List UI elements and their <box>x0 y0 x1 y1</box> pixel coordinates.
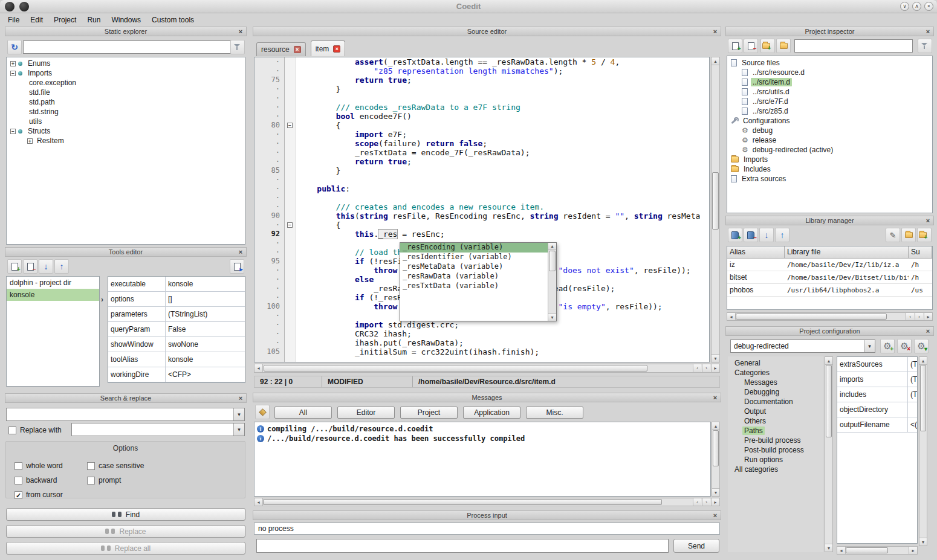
move-library-down-button[interactable]: ↓ <box>759 228 774 242</box>
scroll-up-icon[interactable]: ▴ <box>712 57 719 65</box>
refresh-button[interactable]: ↻ <box>7 40 22 54</box>
move-tool-up-button[interactable]: ↑ <box>54 259 69 274</box>
tree-item-label[interactable]: ../src/z85.d <box>751 107 790 115</box>
tree-item-label[interactable]: utils <box>27 117 44 126</box>
property-value[interactable]: <( <box>908 417 917 432</box>
find-button[interactable]: Find <box>6 508 245 521</box>
search-term-combo[interactable]: ▾ <box>6 408 245 421</box>
send-button[interactable]: Send <box>673 539 719 553</box>
tree-item-label[interactable]: Includes <box>742 165 773 173</box>
close-panel-icon[interactable]: × <box>711 27 719 36</box>
fold-margin[interactable]: −− <box>285 57 296 362</box>
scroll-left-icon[interactable]: ◂ <box>255 364 263 372</box>
config-grid-hscrollbar[interactable]: ◂ ▸ <box>837 546 918 555</box>
code-line[interactable]: assert(_resTxtData.length == _resRawData… <box>298 57 709 66</box>
add-source-folder-button[interactable]: + <box>760 39 775 53</box>
scroll-left-icon[interactable]: ◂ <box>255 498 263 506</box>
property-name[interactable]: executable <box>108 277 166 291</box>
scrollbar-thumb[interactable] <box>846 547 888 553</box>
code-line[interactable]: ihash.put(_resRawData); <box>298 338 709 347</box>
scrollbar-thumb[interactable] <box>263 499 662 505</box>
menu-item-file[interactable]: File <box>2 14 25 26</box>
category-label[interactable]: Run options <box>742 455 785 464</box>
code-line[interactable]: scope(failure) return false; <box>298 139 709 148</box>
filter-button-editor[interactable]: Editor <box>337 407 395 419</box>
code-line[interactable]: _resTxtData = encode_7F(_resRawData); <box>298 148 709 157</box>
code-line[interactable]: return true; <box>298 157 709 166</box>
tree-item-label[interactable]: Imports <box>26 69 54 77</box>
tree-item-label[interactable]: ResItem <box>35 137 66 145</box>
property-name[interactable]: extraSources <box>837 357 908 372</box>
open-library-file-button[interactable] <box>901 228 916 242</box>
config-tree-vscrollbar[interactable]: ▴ ▾ <box>825 356 833 552</box>
add-source-button[interactable]: + <box>728 39 742 53</box>
library-hscrollbar[interactable]: ◂ ‹ › ▸ <box>727 312 933 321</box>
add-tool-button[interactable]: + <box>7 259 22 274</box>
property-value[interactable]: konsole <box>166 352 245 367</box>
filter-button-project[interactable]: Project <box>400 407 458 419</box>
replace-button[interactable]: Replace <box>6 525 245 538</box>
code-line[interactable] <box>298 94 709 103</box>
scroll-up-icon[interactable]: ▴ <box>825 357 832 365</box>
scroll-left-icon[interactable]: ◂ <box>727 313 736 320</box>
page-right-icon[interactable]: › <box>702 364 710 372</box>
page-right-icon[interactable]: › <box>702 498 710 506</box>
tree-item-label[interactable]: std.path <box>27 98 57 106</box>
option-prompt[interactable]: prompt <box>87 474 239 486</box>
property-name[interactable]: includes <box>837 387 908 402</box>
tree-item-label[interactable]: debug-redirected (active) <box>751 146 835 154</box>
scroll-up-icon[interactable]: ▴ <box>712 422 719 430</box>
page-left-icon[interactable]: ‹ <box>693 364 701 372</box>
filter-button[interactable] <box>918 39 932 53</box>
move-library-up-button[interactable]: ↑ <box>775 228 789 242</box>
editor-vscrollbar[interactable]: ▴ ▾ <box>711 57 720 362</box>
category-label[interactable]: General <box>733 359 762 367</box>
completion-item[interactable]: _resEncoding (variable) <box>400 243 548 253</box>
tool-item[interactable]: dolphin - project dir <box>7 277 99 289</box>
tab-close-icon[interactable]: × <box>294 46 301 53</box>
open-source-folder-button[interactable] <box>776 39 791 53</box>
property-name[interactable]: parameters <box>108 307 166 321</box>
code-line[interactable]: return true; <box>298 76 709 85</box>
scroll-down-icon[interactable]: ▾ <box>548 314 556 321</box>
close-panel-icon[interactable]: × <box>924 27 932 36</box>
code-line[interactable]: CRC32 ihash; <box>298 329 709 338</box>
property-value[interactable] <box>908 402 917 417</box>
tree-item-label[interactable]: ../src/resource.d <box>751 68 806 77</box>
code-line[interactable]: /// encodes _resRawData to a e7F string <box>298 103 709 112</box>
edit-alias-button[interactable]: ✎ <box>886 228 900 242</box>
completion-item[interactable]: _resMetaData (variable) <box>400 262 548 272</box>
column-header-alias[interactable]: Alias <box>727 246 785 259</box>
code-line[interactable]: _initialSum = crc322uint(ihash.finish); <box>298 347 709 356</box>
category-label[interactable]: Messages <box>742 378 779 387</box>
close-panel-icon[interactable]: × <box>236 248 245 256</box>
fold-collapse-icon[interactable]: − <box>287 123 293 128</box>
tree-item-label[interactable]: Configurations <box>741 117 791 125</box>
collapse-minus-icon[interactable]: − <box>10 129 16 134</box>
close-panel-icon[interactable]: × <box>236 394 245 402</box>
option-case-sensitive[interactable]: case sensitive <box>87 460 239 472</box>
close-panel-icon[interactable]: × <box>711 511 719 520</box>
filter-button-misc[interactable]: Misc. <box>526 407 583 419</box>
property-name[interactable]: objectDirectory <box>837 402 908 417</box>
category-label[interactable]: Categories <box>733 369 771 377</box>
code-line[interactable]: this(string resFile, ResEncoding resEnc,… <box>298 211 709 220</box>
category-label[interactable]: Others <box>742 417 768 425</box>
completion-item[interactable]: _resTxtData (variable) <box>400 282 548 291</box>
completion-item[interactable]: _resRawData (variable) <box>400 272 548 282</box>
tool-item[interactable]: konsole <box>7 289 99 301</box>
scrollbar-thumb[interactable] <box>549 251 556 271</box>
column-header-su[interactable]: Su <box>909 246 932 259</box>
library-row[interactable]: iz/home/basile/Dev/Iz/lib/iz.a/h <box>727 259 932 271</box>
scrollbar-thumb[interactable] <box>826 365 832 437</box>
scrollbar-thumb[interactable] <box>712 172 719 230</box>
property-value[interactable]: (T <box>908 387 917 402</box>
config-grid-vscrollbar[interactable]: ▴ ▾ <box>919 356 927 546</box>
tab-item[interactable]: item× <box>311 40 346 56</box>
code-line[interactable]: /// creates and encodes a new resource i… <box>298 202 709 211</box>
category-label[interactable]: Post-build process <box>742 446 806 454</box>
editor-hscrollbar[interactable]: ◂ ‹ › ▸ <box>254 364 720 373</box>
code-line[interactable]: this._res = resEnc; <box>298 230 709 239</box>
add-library-folder-button[interactable]: + <box>917 228 932 242</box>
category-label[interactable]: Paths <box>742 426 765 435</box>
